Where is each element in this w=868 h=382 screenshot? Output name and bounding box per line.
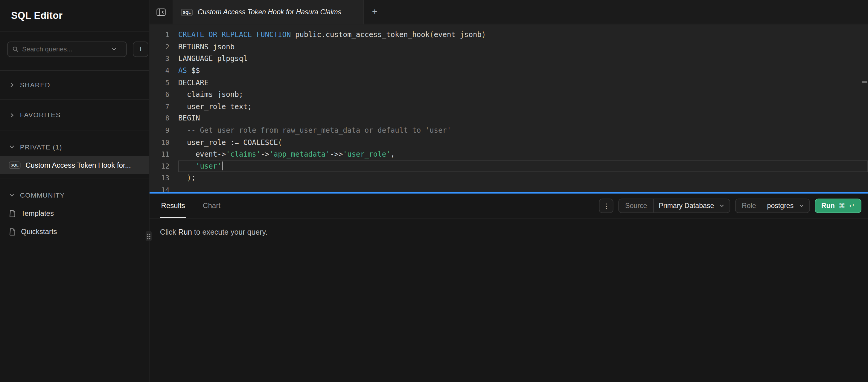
code-line[interactable]: 6 claims jsonb;	[150, 89, 868, 100]
code-line[interactable]: 9 -- Get user role from raw_user_meta_da…	[150, 124, 868, 136]
main-panel: SQL Custom Access Token Hook for Hasura …	[150, 0, 868, 382]
sidebar-header: SQL Editor	[0, 0, 149, 31]
tab-title: Custom Access Token Hook for Hasura Clai…	[198, 8, 341, 16]
sidebar-section-favorites[interactable]: FAVORITES	[0, 99, 149, 131]
tab-chart[interactable]: Chart	[202, 194, 221, 218]
text-cursor	[222, 162, 223, 171]
code-line-content: user_role := COALESCE(	[178, 136, 868, 148]
code-line[interactable]: 7 user_role text;	[150, 100, 868, 113]
code-line-content: );	[178, 172, 868, 184]
run-label: Run	[822, 202, 835, 210]
section-label: COMMUNITY	[20, 191, 65, 199]
code-line[interactable]: 14	[150, 184, 868, 192]
line-number: 12	[150, 162, 178, 170]
code-line[interactable]: 4AS $$	[150, 65, 868, 76]
chevron-right-icon	[9, 112, 15, 118]
line-number: 9	[150, 126, 178, 134]
item-label: Quickstarts	[21, 227, 57, 236]
sidebar-item-quickstarts[interactable]: Quickstarts	[0, 222, 149, 241]
section-label: FAVORITES	[20, 111, 61, 119]
search-icon	[12, 46, 19, 53]
line-number: 13	[150, 174, 178, 182]
section-label: PRIVATE (1)	[20, 143, 62, 151]
sidebar-section-private[interactable]: PRIVATE (1)	[0, 138, 149, 156]
tab-custom-access-token-hook[interactable]: SQL Custom Access Token Hook for Hasura …	[173, 0, 364, 24]
code-line-content: claims jsonb;	[178, 89, 868, 100]
chevron-right-icon	[9, 82, 15, 88]
message-text: to execute your query.	[192, 228, 268, 236]
query-name: Custom Access Token Hook for...	[25, 161, 131, 169]
chevron-down-icon	[111, 46, 117, 52]
code-line-content: RETURNS jsonb	[178, 41, 868, 53]
chevron-down-icon	[9, 144, 15, 150]
sidebar-section-community[interactable]: COMMUNITY	[0, 186, 149, 204]
sidebar-item-query[interactable]: SQL Custom Access Token Hook for...	[0, 156, 149, 174]
sidebar-search-row: +	[0, 31, 149, 70]
collapse-sidebar-button[interactable]	[150, 0, 173, 24]
code-line[interactable]: 10 user_role := COALESCE(	[150, 136, 868, 148]
sidebar-resize-handle[interactable]	[146, 231, 152, 241]
code-line[interactable]: 2RETURNS jsonb	[150, 41, 868, 53]
line-number: 14	[150, 186, 178, 192]
code-line[interactable]: 1CREATE OR REPLACE FUNCTION public.custo…	[150, 29, 868, 41]
code-editor[interactable]: 1CREATE OR REPLACE FUNCTION public.custo…	[150, 24, 868, 192]
more-options-button[interactable]: ⋮	[599, 198, 614, 213]
line-number: 7	[150, 102, 178, 110]
line-number: 11	[150, 150, 178, 158]
line-number: 5	[150, 78, 178, 87]
document-icon	[9, 210, 16, 217]
source-select[interactable]: Source Primary Database	[619, 198, 730, 213]
search-box[interactable]	[7, 41, 127, 57]
code-line-content: DECLARE	[178, 76, 868, 89]
results-toolbar: Results Chart ⋮ Source Primary Database …	[150, 194, 868, 219]
run-button[interactable]: Run ⌘ ↵	[815, 198, 861, 213]
tab-results[interactable]: Results	[160, 194, 186, 218]
page-title: SQL Editor	[11, 9, 63, 21]
sidebar-section-shared[interactable]: SHARED	[0, 71, 149, 99]
message-run-word: Run	[178, 228, 192, 236]
code-line-content: -- Get user role from raw_user_meta_data…	[178, 124, 868, 136]
chevron-down-icon	[799, 203, 804, 209]
enter-key-icon: ↵	[849, 202, 855, 210]
code-line-content: LANGUAGE plpgsql	[178, 53, 868, 65]
command-key-icon: ⌘	[839, 202, 845, 210]
drag-dots-icon	[147, 232, 150, 240]
community-list: Templates Quickstarts	[0, 204, 149, 245]
item-label: Templates	[21, 209, 54, 218]
line-number: 8	[150, 114, 178, 123]
code-line-content: BEGIN	[178, 113, 868, 124]
code-line-content: AS $$	[178, 65, 868, 76]
role-label: Role	[736, 202, 762, 210]
empty-state-message: Click Run to execute your query.	[150, 219, 868, 236]
section-label: SHARED	[20, 81, 50, 89]
new-tab-button[interactable]: +	[364, 0, 386, 24]
chevron-down-icon	[9, 192, 15, 198]
code-line[interactable]: 11 event->'claims'->'app_metadata'->>'us…	[150, 148, 868, 160]
sql-file-icon: SQL	[9, 161, 21, 168]
code-line[interactable]: 12 'user'	[150, 160, 868, 172]
code-line-content: user_role text;	[178, 100, 868, 113]
code-line[interactable]: 13 );	[150, 172, 868, 184]
line-number: 3	[150, 54, 178, 63]
overview-ruler-mark	[862, 81, 867, 83]
sidebar: SQL Editor + SHARED FAVORITES PRIVATE (1…	[0, 0, 150, 382]
code-line[interactable]: 5DECLARE	[150, 76, 868, 89]
source-value: Primary Database	[654, 202, 719, 210]
document-icon	[9, 228, 16, 235]
new-query-button[interactable]: +	[133, 41, 148, 57]
code-line-content: 'user'	[178, 160, 868, 172]
role-select[interactable]: Role postgres	[735, 198, 810, 213]
source-label: Source	[619, 202, 653, 210]
sidebar-item-templates[interactable]: Templates	[0, 204, 149, 222]
code-line[interactable]: 8BEGIN	[150, 113, 868, 124]
code-line[interactable]: 3LANGUAGE plpgsql	[150, 53, 868, 65]
code-line-content	[178, 184, 868, 192]
private-query-list: SQL Custom Access Token Hook for...	[0, 156, 149, 179]
code-lines: 1CREATE OR REPLACE FUNCTION public.custo…	[150, 29, 868, 192]
tab-bar: SQL Custom Access Token Hook for Hasura …	[150, 0, 868, 24]
sql-file-icon: SQL	[181, 9, 193, 16]
search-input[interactable]	[22, 45, 108, 53]
line-number: 2	[150, 42, 178, 51]
line-number: 4	[150, 66, 178, 75]
toolbar-right-controls: ⋮ Source Primary Database Role postgres …	[599, 198, 861, 213]
